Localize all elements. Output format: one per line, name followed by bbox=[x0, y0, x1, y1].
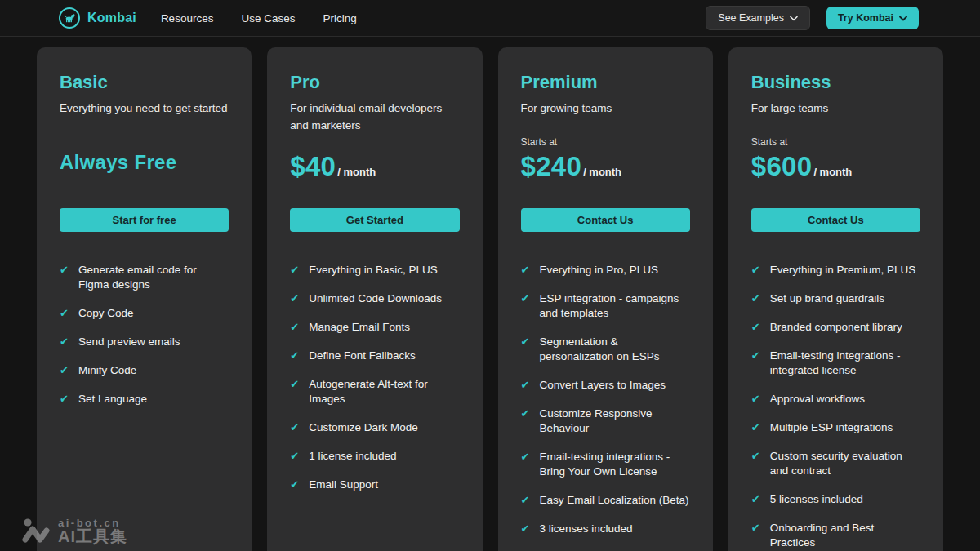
feature-item: ✔ Send preview emails bbox=[60, 335, 229, 349]
price-row: $240 / month bbox=[521, 151, 690, 187]
price-period: / month bbox=[583, 166, 621, 178]
feature-label: Set Language bbox=[78, 392, 147, 407]
check-icon: ✔ bbox=[290, 320, 299, 335]
plan-price: $600 bbox=[751, 151, 813, 182]
feature-item: ✔ 3 licenses included bbox=[521, 522, 690, 536]
pricing-plans: Basic Everything you need to get started… bbox=[0, 37, 980, 551]
feature-label: Branded component library bbox=[770, 320, 902, 335]
plan-price: $40 bbox=[290, 151, 336, 182]
starts-at-label bbox=[290, 136, 459, 151]
plan-card-pro: Pro For individual email developers and … bbox=[267, 47, 482, 551]
feature-label: 1 license included bbox=[309, 449, 396, 464]
get-started-button[interactable]: Get Started bbox=[290, 208, 459, 232]
feature-label: Email-testing integrations - Bring Your … bbox=[539, 450, 689, 479]
price-row: $600 / month bbox=[751, 151, 920, 187]
feature-list: ✔ Generate email code for Figma designs … bbox=[60, 263, 229, 407]
feature-item: ✔ Multiple ESP integrations bbox=[751, 420, 920, 435]
dog-icon bbox=[59, 7, 80, 29]
feature-item: ✔ Segmentation & personalization on ESPs bbox=[521, 335, 690, 364]
try-kombai-label: Try Kombai bbox=[838, 12, 893, 24]
see-examples-button[interactable]: See Examples bbox=[706, 6, 810, 30]
feature-item: ✔ ESP integration - campaigns and templa… bbox=[521, 291, 690, 321]
nav-link-resources[interactable]: Resources bbox=[161, 12, 214, 24]
feature-item: ✔ Set up brand guardrails bbox=[751, 291, 920, 306]
check-icon: ✔ bbox=[60, 392, 69, 407]
check-icon: ✔ bbox=[521, 522, 530, 536]
feature-item: ✔ Copy Code bbox=[60, 306, 229, 321]
check-icon: ✔ bbox=[751, 291, 760, 306]
feature-item: ✔ Generate email code for Figma designs bbox=[60, 263, 229, 292]
feature-item: ✔ Approval workflows bbox=[751, 392, 920, 407]
see-examples-label: See Examples bbox=[718, 12, 784, 24]
feature-item: ✔ Onboarding and Best Practices bbox=[751, 521, 920, 550]
feature-item: ✔ Email-testing integrations - Bring You… bbox=[521, 450, 690, 479]
check-icon: ✔ bbox=[751, 263, 760, 278]
try-kombai-button[interactable]: Try Kombai bbox=[826, 7, 919, 29]
price-row: $40 / month bbox=[290, 151, 459, 187]
plan-card-premium: Premium For growing teams Starts at $240… bbox=[498, 47, 713, 551]
contact-us-button[interactable]: Contact Us bbox=[751, 208, 920, 232]
feature-item: ✔ Customize Responsive Behaviour bbox=[521, 407, 690, 436]
price-period: / month bbox=[337, 166, 376, 178]
plan-description: For large teams bbox=[751, 100, 920, 136]
feature-label: Easy Email Localization (Beta) bbox=[539, 493, 688, 508]
feature-label: Everything in Premium, PLUS bbox=[770, 263, 916, 278]
feature-label: Everything in Pro, PLUS bbox=[539, 263, 658, 278]
check-icon: ✔ bbox=[751, 392, 760, 407]
check-icon: ✔ bbox=[290, 349, 299, 363]
nav-link-use-cases[interactable]: Use Cases bbox=[241, 12, 295, 24]
contact-us-button[interactable]: Contact Us bbox=[521, 208, 690, 232]
feature-item: ✔ Branded component library bbox=[751, 320, 920, 335]
feature-label: Convert Layers to Images bbox=[539, 378, 666, 393]
feature-item: ✔ Custom security evaluation and contrac… bbox=[751, 449, 920, 478]
nav-link-pricing[interactable]: Pricing bbox=[323, 12, 356, 24]
feature-label: Segmentation & personalization on ESPs bbox=[539, 335, 689, 364]
check-icon: ✔ bbox=[521, 263, 530, 278]
feature-item: ✔ Autogenerate Alt-text for Images bbox=[290, 377, 459, 407]
check-icon: ✔ bbox=[751, 449, 760, 464]
feature-label: Autogenerate Alt-text for Images bbox=[309, 377, 459, 407]
check-icon: ✔ bbox=[751, 492, 760, 507]
check-icon: ✔ bbox=[751, 420, 760, 435]
feature-item: ✔ Email-testing integrations - integrate… bbox=[751, 349, 920, 378]
check-icon: ✔ bbox=[290, 478, 299, 492]
feature-item: ✔ Minify Code bbox=[60, 363, 229, 378]
feature-item: ✔ Customize Dark Mode bbox=[290, 420, 459, 435]
plan-card-basic: Basic Everything you need to get started… bbox=[37, 47, 252, 551]
feature-label: Send preview emails bbox=[78, 335, 180, 349]
feature-list: ✔ Everything in Premium, PLUS ✔ Set up b… bbox=[751, 263, 920, 550]
starts-at-label: Starts at bbox=[751, 136, 920, 151]
feature-item: ✔ Everything in Basic, PLUS bbox=[290, 263, 459, 278]
starts-at-label: Starts at bbox=[521, 136, 690, 151]
feature-label: Everything in Basic, PLUS bbox=[309, 263, 438, 278]
check-icon: ✔ bbox=[521, 335, 530, 349]
feature-item: ✔ Set Language bbox=[60, 392, 229, 407]
check-icon: ✔ bbox=[60, 263, 69, 278]
feature-label: Email Support bbox=[309, 478, 378, 492]
price-period: / month bbox=[813, 166, 852, 178]
feature-list: ✔ Everything in Basic, PLUS ✔ Unlimited … bbox=[290, 263, 459, 492]
start-for-free-button[interactable]: Start for free bbox=[60, 208, 229, 232]
check-icon: ✔ bbox=[521, 407, 530, 421]
check-icon: ✔ bbox=[290, 420, 299, 435]
feature-label: 3 licenses included bbox=[539, 522, 632, 536]
check-icon: ✔ bbox=[751, 349, 760, 363]
price-row: Always Free bbox=[60, 151, 229, 187]
plan-title: Business bbox=[751, 72, 920, 93]
feature-label: Set up brand guardrails bbox=[770, 291, 884, 306]
check-icon: ✔ bbox=[60, 363, 69, 378]
nav-links: Resources Use Cases Pricing bbox=[161, 12, 357, 24]
plan-title: Basic bbox=[60, 72, 229, 93]
check-icon: ✔ bbox=[751, 521, 760, 535]
feature-label: Custom security evaluation and contract bbox=[770, 449, 920, 478]
check-icon: ✔ bbox=[290, 377, 299, 392]
feature-label: Onboarding and Best Practices bbox=[770, 521, 920, 550]
feature-label: Multiple ESP integrations bbox=[770, 420, 893, 435]
feature-label: 5 licenses included bbox=[770, 492, 863, 507]
kombai-logo[interactable]: Kombai bbox=[59, 7, 136, 29]
feature-item: ✔ Define Font Fallbacks bbox=[290, 349, 459, 363]
feature-label: Manage Email Fonts bbox=[309, 320, 410, 335]
feature-label: Define Font Fallbacks bbox=[309, 349, 416, 363]
feature-item: ✔ Email Support bbox=[290, 478, 459, 492]
check-icon: ✔ bbox=[521, 450, 530, 464]
